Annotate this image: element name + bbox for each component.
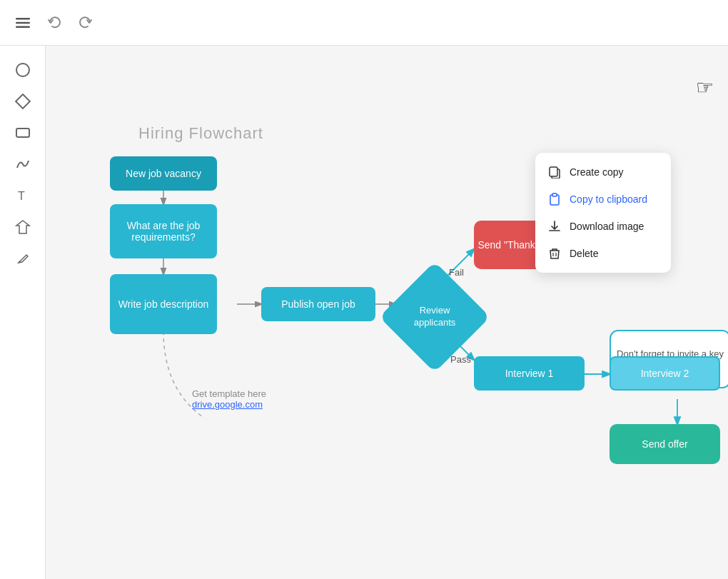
toolbar <box>0 0 728 46</box>
pen-tool[interactable] <box>10 246 36 271</box>
svg-rect-17 <box>550 167 557 176</box>
create-copy-menu-item[interactable]: Create copy <box>535 158 671 186</box>
send-offer-node[interactable]: Send offer <box>610 424 720 464</box>
fail-label: Fail <box>449 267 464 278</box>
template-link[interactable]: drive.google.com <box>192 399 263 410</box>
context-menu: Create copy Copy to clipboard Download i… <box>535 153 671 273</box>
tools-sidebar: T <box>0 46 46 579</box>
interview1-node[interactable]: Interview 1 <box>474 356 585 391</box>
rectangle-tool[interactable] <box>10 120 36 146</box>
undo-button[interactable] <box>43 11 66 34</box>
write-job-node[interactable]: Write job description <box>110 274 217 334</box>
new-job-vacancy-node[interactable]: New job vacancy <box>110 156 217 191</box>
flowchart-canvas[interactable]: Hiring Flowchart New job vacancy What ar… <box>46 46 728 579</box>
svg-marker-7 <box>16 221 29 233</box>
delete-menu-item[interactable]: Delete <box>535 240 671 267</box>
publish-job-node[interactable]: Publish open job <box>261 287 375 321</box>
svg-rect-19 <box>552 193 557 196</box>
download-image-menu-item[interactable]: Download image <box>535 213 671 240</box>
curve-tool[interactable] <box>10 151 36 177</box>
clipboard-icon <box>548 193 561 206</box>
template-text: Get template here drive.google.com <box>192 388 266 410</box>
select-tool[interactable] <box>10 214 36 240</box>
interview2-node[interactable]: Interview 2 <box>610 356 720 391</box>
trash-icon <box>548 247 561 260</box>
copy-clipboard-menu-item[interactable]: Copy to clipboard <box>535 186 671 213</box>
redo-button[interactable] <box>74 11 97 34</box>
svg-text:T: T <box>18 190 25 202</box>
circle-tool[interactable] <box>10 57 36 83</box>
cursor-hand-icon: ☞ <box>696 76 714 99</box>
review-applicants-container[interactable]: Review applicants <box>395 278 474 356</box>
svg-rect-0 <box>16 18 30 20</box>
svg-rect-4 <box>16 94 30 109</box>
diamond-tool[interactable] <box>10 89 36 114</box>
chart-title: Hiring Flowchart <box>138 124 263 143</box>
svg-rect-5 <box>16 129 29 137</box>
download-icon <box>548 220 561 233</box>
svg-rect-2 <box>16 26 30 28</box>
svg-point-3 <box>16 64 29 76</box>
job-requirements-node[interactable]: What are the job requirements? <box>110 204 217 258</box>
pass-label: Pass <box>450 354 471 365</box>
text-tool[interactable]: T <box>10 183 36 208</box>
copy-icon <box>548 166 561 178</box>
menu-button[interactable] <box>11 11 34 34</box>
svg-rect-1 <box>16 21 30 24</box>
